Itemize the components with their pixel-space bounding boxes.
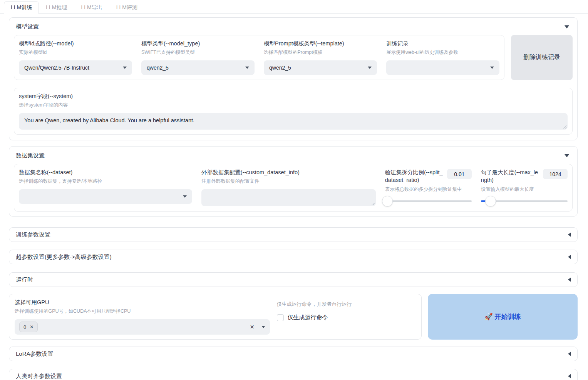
checkbox-label: 仅生成运行命令 [288,314,328,321]
expand-icon [568,232,571,237]
field-description: 注册外部数据集的配置文件 [201,178,375,185]
field-label: 模型id或路径(--model) [19,40,132,47]
field-label: 选择可用GPU [15,299,270,306]
field-description: 选择训练使用的GPU号，如CUDA不可用只能选择CPU [15,308,270,315]
tab-llm-train[interactable]: LLM训练 [4,1,39,14]
run-controls-row: 选择可用GPU 选择训练使用的GPU号，如CUDA不可用只能选择CPU 0 ✕ … [9,294,578,340]
field-label: 模型Prompt模板类型(--template) [264,40,377,47]
chevron-down-icon [490,67,494,69]
collapse-icon [565,25,569,28]
model-id-dropdown[interactable]: Qwen/Qwen2.5-7B-Instruct [19,60,132,75]
dry-run-field: 仅生成运行命令，开发者自行运行 仅生成运行命令 [277,299,416,335]
chevron-down-icon [368,67,372,69]
run-settings-card: 选择可用GPU 选择训练使用的GPU号，如CUDA不可用只能选择CPU 0 ✕ … [9,294,422,340]
hyper-params-section-header[interactable]: 超参数设置(更多参数->高级参数设置) [9,250,578,264]
field-label: 验证集拆分比例(--split_dataset_ratio) [385,169,444,184]
field-label: 外部数据集配置(--custom_dataset_info) [201,169,375,176]
main-content: 模型设置 模型id或路径(--model) 实际的模型id Qwen/Qwen2… [0,14,588,380]
dataset-settings-section: 数据集设置 数据集名称(--dataset) 选择训练的数据集，支持复选/本地路… [9,146,578,217]
chevron-down-icon [245,67,249,69]
section-title: 人类对齐参数设置 [16,373,62,380]
slider-handle[interactable] [382,196,393,207]
field-description: SWIFT已支持的模型类型 [141,49,255,56]
resize-grip-icon[interactable] [563,125,566,128]
train-params-section-header[interactable]: 训练参数设置 [9,227,578,242]
field-description: 实际的模型id [19,49,132,56]
delete-train-record-button[interactable]: 删除训练记录 [511,35,573,80]
section-title: 超参数设置(更多参数->高级参数设置) [16,253,112,261]
start-training-button[interactable]: 🚀 开始训练 [428,294,578,340]
gpu-token-chip: 0 ✕ [19,322,38,332]
max-length-slider[interactable] [481,196,568,207]
remove-token-icon[interactable]: ✕ [30,324,34,330]
alignment-params-section-header[interactable]: 人类对齐参数设置 [9,369,578,380]
field-description: 选择匹配模型的Prompt模板 [264,49,377,56]
section-title: 训练参数设置 [16,231,50,238]
top-tab-bar: LLM训练 LLM推理 LLM导出 LLM评测 [0,0,588,14]
dropdown-value: qwen2_5 [147,65,242,71]
tab-llm-eval[interactable]: LLM评测 [109,1,144,14]
section-title: 数据集设置 [16,152,45,159]
model-settings-header[interactable]: 模型设置 [14,22,573,30]
system-textarea[interactable]: You are Qwen, created by Alibaba Cloud. … [19,113,568,130]
system-field-group: system字段(--system) 选择system字段的内容 You are… [14,88,573,135]
template-field: 模型Prompt模板类型(--template) 选择匹配模型的Prompt模板… [264,40,377,75]
checkbox-unchecked-icon[interactable] [277,314,284,321]
expand-icon [568,255,571,259]
model-type-field: 模型类型(--model_type) SWIFT已支持的模型类型 qwen2_5 [141,40,255,75]
dataset-settings-header[interactable]: 数据集设置 [14,151,573,159]
dry-run-checkbox-row[interactable]: 仅生成运行命令 [277,314,416,321]
textarea-value: You are Qwen, created by Alibaba Cloud. … [24,117,194,123]
model-type-dropdown[interactable]: qwen2_5 [141,60,255,75]
field-label: 训练记录 [386,40,499,47]
section-title: 运行时 [16,276,33,283]
chevron-down-icon [261,326,265,328]
field-label: 模型类型(--model_type) [141,40,255,47]
expand-icon [568,374,571,378]
split-ratio-input[interactable]: 0.01 [447,169,472,179]
split-ratio-field: 验证集拆分比例(--split_dataset_ratio) 0.01 表示将总… [385,169,472,207]
dataset-name-field: 数据集名称(--dataset) 选择训练的数据集，支持复选/本地路径 [19,169,192,207]
field-description: 设置输入模型的最大长度 [481,186,568,193]
runtime-section-header[interactable]: 运行时 [9,272,578,287]
field-description: 展示使用web-ui的历史训练及参数 [386,49,499,56]
custom-dataset-info-field: 外部数据集配置(--custom_dataset_info) 注册外部数据集的配… [201,169,375,207]
collapse-icon [565,154,569,157]
section-title: LoRA参数设置 [16,350,54,358]
field-description: 表示将总数据的多少拆分到验证集中 [385,186,472,193]
tab-llm-export[interactable]: LLM导出 [74,1,109,14]
template-dropdown[interactable]: qwen2_5 [264,60,377,75]
field-label: 数据集名称(--dataset) [19,169,192,176]
model-fields-group: 模型id或路径(--model) 实际的模型id Qwen/Qwen2.5-7B… [14,35,504,80]
dry-run-info: 仅生成运行命令，开发者自行运行 [277,301,416,308]
lora-params-section-header[interactable]: LoRA参数设置 [9,347,578,361]
custom-dataset-info-textarea[interactable] [201,189,375,206]
gpu-token-value: 0 [23,324,26,330]
max-length-input[interactable]: 1024 [543,169,568,179]
model-id-field: 模型id或路径(--model) 实际的模型id Qwen/Qwen2.5-7B… [19,40,132,75]
train-record-dropdown[interactable] [386,60,499,75]
dataset-dropdown[interactable] [19,189,192,204]
gpu-multiselect[interactable]: 0 ✕ ✕ [15,319,270,335]
gpu-select-field: 选择可用GPU 选择训练使用的GPU号，如CUDA不可用只能选择CPU 0 ✕ … [15,299,270,335]
field-label: 句子最大长度(--max_length) [481,169,540,184]
slider-handle[interactable] [485,196,496,207]
split-ratio-slider[interactable] [385,196,472,207]
dataset-fields-group: 数据集名称(--dataset) 选择训练的数据集，支持复选/本地路径 外部数据… [14,164,573,212]
expand-icon [568,277,571,282]
field-description: 选择训练的数据集，支持复选/本地路径 [19,178,192,185]
model-settings-section: 模型设置 模型id或路径(--model) 实际的模型id Qwen/Qwen2… [9,17,578,140]
field-label: system字段(--system) [19,93,568,100]
section-title: 模型设置 [16,23,39,30]
chevron-down-icon [183,195,187,198]
dropdown-value: Qwen/Qwen2.5-7B-Instruct [24,65,120,71]
chevron-down-icon [123,67,127,69]
resize-grip-icon[interactable] [371,202,375,205]
train-record-field: 训练记录 展示使用web-ui的历史训练及参数 [386,40,499,75]
tab-llm-infer[interactable]: LLM推理 [39,1,74,14]
expand-icon [568,352,571,356]
clear-selection-icon[interactable]: ✕ [250,324,255,330]
field-description: 选择system字段的内容 [19,102,568,108]
max-length-field: 句子最大长度(--max_length) 1024 设置输入模型的最大长度 [481,169,568,207]
dropdown-value: qwen2_5 [269,65,365,71]
